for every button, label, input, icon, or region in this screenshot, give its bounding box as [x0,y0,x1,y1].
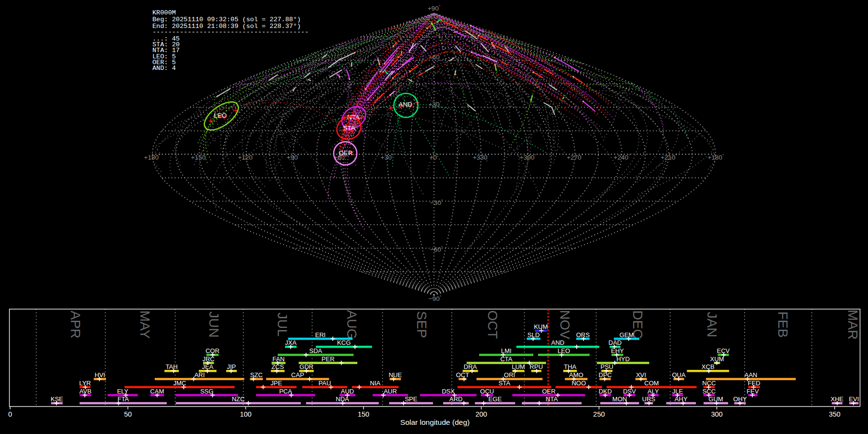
svg-text:JMC: JMC [173,380,186,387]
svg-text:NIA: NIA [370,380,380,387]
svg-text:MON: MON [612,395,627,403]
svg-text:AND: AND [551,339,564,346]
svg-text:DPC: DPC [598,371,611,379]
svg-text:DSX: DSX [442,388,455,395]
svg-text:XVI: XVI [636,371,646,379]
svg-text:LEO: LEO [214,112,227,119]
svg-text:OCT: OCT [456,371,469,379]
svg-text:350: 350 [829,410,841,418]
svg-text:CTA: CTA [500,355,512,363]
svg-text:AMO: AMO [569,371,583,379]
svg-text:QUA: QUA [672,371,686,379]
svg-text:ELY: ELY [117,388,129,395]
svg-text:JLE: JLE [672,388,683,395]
svg-text:STA: STA [499,380,511,387]
svg-text:XCB: XCB [702,363,715,370]
svg-text:100: 100 [240,410,251,418]
svg-text:Solar longitude (deg): Solar longitude (deg) [400,418,470,426]
svg-text:+270°: +270° [567,153,583,161]
svg-text:250: 250 [593,410,605,418]
svg-text:KUM: KUM [534,323,548,330]
svg-text:Beg: 20251110 09:32:05 (sol =: Beg: 20251110 09:32:05 (sol = 227.88°) [152,16,301,23]
svg-text:0: 0 [8,410,12,418]
svg-text:MAY: MAY [137,311,152,339]
svg-text:NDA: NDA [336,395,349,403]
svg-text:JEA: JEA [202,363,214,370]
svg-text:AHY: AHY [675,395,688,403]
svg-text:NOV: NOV [557,310,572,339]
svg-text:SSG: SSG [200,388,213,395]
svg-text:+240°: +240° [614,153,630,161]
svg-text:APR: APR [68,311,83,339]
svg-text:−30°: −30° [430,199,443,206]
svg-text:SEP: SEP [414,311,429,338]
svg-text:+180°: +180° [707,153,724,161]
svg-text:THA: THA [564,363,576,370]
svg-text:GDR: GDR [299,363,313,370]
svg-text:AUD: AUD [341,388,354,395]
svg-text:GEM: GEM [620,331,634,339]
svg-text:SZC: SZC [250,371,263,379]
svg-text:PSU: PSU [600,363,613,370]
svg-text:PCA: PCA [279,388,292,395]
svg-text:EHY: EHY [611,347,624,354]
svg-text:+120°: +120° [238,153,254,161]
svg-text:SDA: SDA [309,347,322,354]
svg-text:JUN: JUN [206,312,221,338]
svg-text:KSE: KSE [51,395,63,403]
svg-text:JUL: JUL [275,312,290,337]
svg-text:+210°: +210° [661,153,677,161]
svg-text:RPU: RPU [529,363,542,370]
svg-text:LUM: LUM [512,363,525,370]
svg-text:CAM: CAM [150,388,164,395]
svg-text:XHE: XHE [831,395,844,403]
svg-text:−90°: −90° [429,295,442,302]
svg-text:JAN: JAN [705,312,719,338]
svg-text:AAN: AAN [745,371,758,379]
svg-text:MAR: MAR [845,310,860,339]
svg-text:+330°: +330° [473,153,489,161]
svg-text:ORS: ORS [576,331,590,339]
svg-text:LEO: LEO [557,347,570,354]
svg-text:JXA: JXA [285,339,297,346]
svg-text:KCG: KCG [337,339,351,346]
svg-text:ALY: ALY [648,388,659,395]
svg-text:OER: OER [339,149,353,157]
svg-text:150: 150 [358,410,369,418]
svg-text:DAD: DAD [609,339,622,346]
svg-text:SCC: SCC [703,388,716,395]
svg-text:SLD: SLD [528,331,540,339]
svg-text:ERI: ERI [315,331,326,339]
svg-text:ZCS: ZCS [271,363,284,370]
svg-text:+30°: +30° [429,100,442,108]
svg-text:OCT: OCT [485,310,500,339]
svg-text:EGE: EGE [488,395,502,403]
svg-text:OCU: OCU [480,388,494,395]
svg-text:JPE: JPE [271,380,282,387]
svg-text:JIP: JIP [227,363,236,370]
svg-text:+90°: +90° [287,153,300,161]
svg-text:+180°: +180° [144,153,161,161]
svg-text:FEV: FEV [746,388,759,395]
svg-text:NZC: NZC [232,395,245,403]
svg-text:300: 300 [711,410,722,418]
svg-text:TAH: TAH [165,363,177,370]
svg-text:NUE: NUE [389,371,402,379]
svg-text:ARD: ARD [449,395,462,403]
svg-text:COM: COM [644,380,659,387]
svg-text:FAN: FAN [272,355,285,363]
svg-text:SPE: SPE [405,395,417,403]
svg-text:DRA: DRA [464,363,477,370]
svg-text:------------------------------: ---------------------------------------- [152,28,309,36]
svg-text:+90°: +90° [428,4,441,12]
svg-text:NOO: NOO [571,380,586,387]
svg-text:PAU: PAU [319,380,331,387]
svg-text:OHY: OHY [733,395,747,403]
svg-text:NTA: NTA [546,395,558,403]
svg-text:ECV: ECV [717,347,730,354]
svg-text:AVB: AVB [80,388,92,395]
svg-text:DSV: DSV [623,388,636,395]
svg-text:LYR: LYR [79,380,91,387]
svg-text:STA: STA [343,124,355,132]
svg-text:DKD: DKD [598,388,611,395]
